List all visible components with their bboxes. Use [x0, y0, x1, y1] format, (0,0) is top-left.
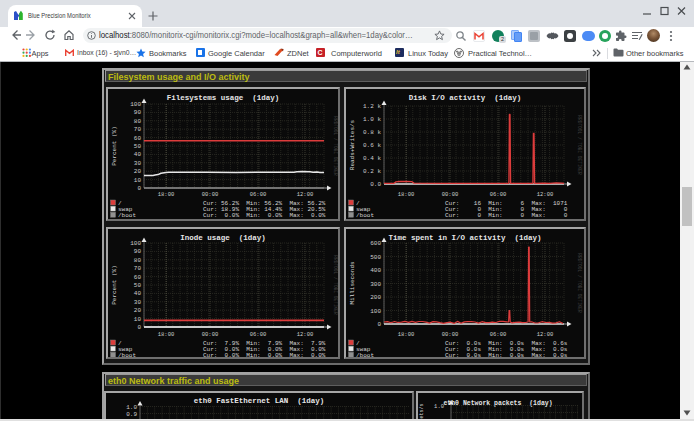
svg-text:12:00: 12:00	[297, 331, 314, 338]
svg-text:0.9: 0.9	[126, 411, 137, 418]
svg-text:Percent (%): Percent (%)	[111, 126, 118, 166]
svg-text:80: 80	[134, 118, 142, 125]
svg-text:100: 100	[130, 240, 141, 247]
svg-text:30: 30	[134, 299, 142, 306]
svg-text:100: 100	[370, 308, 381, 315]
svg-text:40: 40	[134, 151, 142, 158]
svg-text:18:00: 18:00	[158, 331, 175, 338]
svg-text:12:00: 12:00	[297, 191, 314, 198]
svg-text:0: 0	[377, 321, 381, 328]
svg-text:0.2 k: 0.2 k	[363, 168, 381, 175]
svg-text:RRDTOOL / TOBI OETIKER: RRDTOOL / TOBI OETIKER	[333, 255, 338, 315]
svg-text:50: 50	[134, 282, 142, 289]
svg-text:20: 20	[134, 307, 142, 314]
svg-text:0.8 k: 0.8 k	[363, 129, 381, 136]
svg-text:200: 200	[370, 294, 381, 301]
svg-text:0: 0	[137, 324, 141, 331]
svg-text:1.2 k: 1.2 k	[363, 103, 381, 110]
svg-text:/boot: /boot	[118, 352, 136, 357]
svg-text:0.0: 0.0	[370, 181, 381, 188]
svg-text:/boot: /boot	[118, 212, 136, 219]
svg-text:70: 70	[134, 265, 142, 272]
svg-text:0.4 k: 0.4 k	[363, 155, 381, 162]
svg-text:00:00: 00:00	[202, 191, 219, 198]
svg-text:RRDTOOL / TOBI OETIKER: RRDTOOL / TOBI OETIKER	[577, 115, 582, 175]
svg-text:18:00: 18:00	[398, 331, 415, 338]
svg-text:70: 70	[134, 126, 142, 133]
svg-text:50: 50	[134, 143, 142, 150]
svg-text:00:00: 00:00	[442, 191, 459, 198]
svg-text:Cur: 0.0% Min: 0.0% Max:: Cur: 0.0% Min: 0.0% Max: 0.0%	[203, 352, 326, 357]
svg-text:100: 100	[130, 101, 141, 108]
svg-text:0: 0	[137, 185, 141, 192]
svg-text:Reads+Writes/s: Reads+Writes/s	[349, 119, 356, 170]
svg-text:RRDTOOL / TOBI OETIKER: RRDTOOL / TOBI OETIKER	[333, 116, 338, 176]
svg-text:/boot: /boot	[356, 212, 374, 219]
svg-text:18:00: 18:00	[158, 191, 175, 198]
svg-text:Time spent in I/O activity (1: Time spent in I/O activity (1day)	[388, 234, 541, 242]
svg-text:Milliseconds: Milliseconds	[349, 261, 356, 305]
svg-text:40: 40	[134, 290, 142, 297]
svg-text:06:00: 06:00	[490, 331, 507, 338]
svg-text:60: 60	[134, 135, 142, 142]
svg-text:10: 10	[134, 177, 142, 184]
svg-text:12:00: 12:00	[537, 191, 554, 198]
svg-text:RRDTOOL / TOBI OETIKER: RRDTOOL / TOBI OETIKER	[577, 253, 582, 313]
svg-text:60: 60	[134, 274, 142, 281]
svg-text:00:00: 00:00	[442, 331, 459, 338]
svg-text:Cur: 0.0s Min: 0.0s Max:: Cur: 0.0s Min: 0.0s Max: 0.0s	[445, 352, 568, 357]
svg-text:Filesystems usage (1day): Filesystems usage (1day)	[167, 94, 280, 102]
svg-text:30: 30	[134, 160, 142, 167]
svg-text:12:00: 12:00	[537, 331, 554, 338]
svg-text:Percent (%): Percent (%)	[111, 265, 118, 305]
svg-text:500: 500	[370, 254, 381, 261]
svg-text:/boot: /boot	[356, 352, 374, 357]
svg-text:06:00: 06:00	[250, 331, 267, 338]
svg-text:18:00: 18:00	[398, 191, 415, 198]
svg-text:20: 20	[134, 168, 142, 175]
svg-text:1.0 k: 1.0 k	[363, 116, 381, 123]
svg-text:90: 90	[134, 109, 142, 116]
svg-text:00:00: 00:00	[202, 331, 219, 338]
svg-text:10: 10	[134, 316, 142, 323]
svg-text:eth0 FastEthernet LAN (1day): eth0 FastEthernet LAN (1day)	[194, 397, 325, 405]
svg-text:1.0: 1.0	[434, 403, 444, 410]
svg-text:90: 90	[134, 248, 142, 255]
svg-text:Disk I/O activity (1day): Disk I/O activity (1day)	[409, 94, 522, 102]
svg-text:1.0: 1.0	[126, 404, 137, 411]
svg-text:300: 300	[370, 281, 381, 288]
svg-text:Inode usage (1day): Inode usage (1day)	[180, 234, 266, 242]
svg-text:06:00: 06:00	[250, 191, 267, 198]
svg-text:Cur: 0 Min: 0 Max:: Cur: 0 Min: 0 Max: 0	[445, 212, 568, 219]
svg-text:06:00: 06:00	[490, 191, 507, 198]
svg-text:0.6 k: 0.6 k	[363, 142, 381, 149]
svg-text:Cur: 0.0% Min: 0.0% Max:: Cur: 0.0% Min: 0.0% Max: 0.0%	[203, 212, 326, 219]
svg-text:600: 600	[370, 240, 381, 247]
svg-text:400: 400	[370, 267, 381, 274]
svg-text:80: 80	[134, 257, 142, 264]
